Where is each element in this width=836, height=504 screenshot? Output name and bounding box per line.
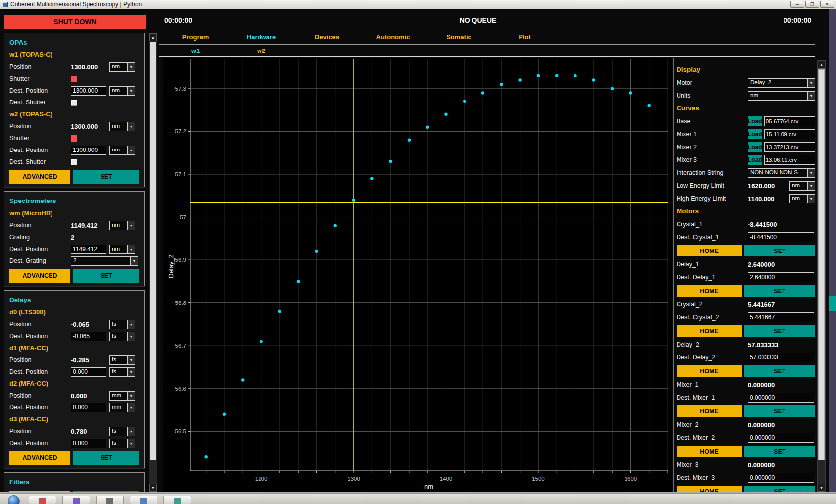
units-select[interactable]: fs — [109, 427, 135, 436]
dest-shutter-checkbox[interactable] — [71, 159, 77, 165]
home-button[interactable]: HOME — [677, 365, 742, 377]
subtab-w2[interactable]: w2 — [228, 45, 294, 56]
units-select[interactable]: fs — [109, 439, 135, 448]
start-button[interactable] — [8, 495, 20, 504]
curve-file-input[interactable] — [764, 142, 815, 152]
units-select[interactable]: mm — [109, 391, 135, 401]
units-select[interactable]: nm — [109, 221, 135, 230]
dest-position-input[interactable] — [71, 332, 106, 341]
tab-hardware[interactable]: Hardware — [228, 31, 294, 43]
tab-plot[interactable]: Plot — [492, 31, 558, 43]
chevron-down-icon[interactable] — [127, 439, 135, 448]
chevron-down-icon[interactable] — [807, 169, 815, 177]
motor-dest-input[interactable] — [748, 353, 814, 362]
chevron-down-icon[interactable] — [807, 79, 815, 87]
chevron-down-icon[interactable] — [127, 63, 135, 71]
scroll-down-icon[interactable]: ▼ — [818, 484, 825, 492]
home-button[interactable]: HOME — [677, 486, 742, 492]
load-button[interactable]: Load — [748, 155, 762, 165]
load-button[interactable]: Load — [748, 116, 762, 126]
right-scrollbar[interactable]: ▲ ▼ — [817, 60, 826, 492]
load-button[interactable]: Load — [748, 129, 762, 139]
taskbar[interactable] — [0, 494, 836, 504]
chevron-down-icon[interactable] — [127, 122, 135, 131]
chevron-down-icon[interactable] — [127, 146, 135, 154]
set-button[interactable]: SET — [744, 446, 815, 457]
chevron-down-icon[interactable] — [127, 403, 135, 412]
dest-position-input[interactable] — [71, 403, 106, 412]
units-select[interactable]: fs — [109, 320, 135, 329]
close-button[interactable]: ✕ — [820, 1, 834, 8]
taskbar-icon[interactable] — [62, 496, 90, 504]
right-scrollbar-thumb[interactable] — [818, 69, 825, 460]
home-button[interactable]: HOME — [677, 446, 742, 457]
dest-position-input[interactable] — [71, 439, 106, 448]
units-select[interactable]: nm — [109, 62, 135, 72]
taskbar-icon[interactable] — [130, 496, 157, 504]
minimize-button[interactable]: ─ — [790, 1, 804, 8]
units-select[interactable]: mm — [109, 403, 135, 412]
set-button[interactable]: SET — [744, 245, 815, 256]
dest-position-input[interactable] — [71, 86, 106, 96]
scroll-up-icon[interactable]: ▲ — [149, 33, 157, 41]
chevron-down-icon[interactable] — [127, 320, 135, 329]
units-select[interactable]: nm — [109, 122, 135, 131]
dest-position-input[interactable] — [71, 367, 106, 377]
chevron-down-icon[interactable] — [127, 427, 135, 436]
load-button[interactable]: Load — [748, 142, 762, 152]
units-select[interactable]: nm — [748, 91, 815, 101]
set-button[interactable]: SET — [73, 451, 139, 465]
chevron-down-icon[interactable] — [130, 257, 138, 265]
tab-somatic[interactable]: Somatic — [426, 31, 492, 43]
dest-shutter-checkbox[interactable] — [71, 100, 77, 106]
chevron-down-icon[interactable] — [127, 221, 135, 230]
chevron-down-icon[interactable] — [127, 356, 135, 364]
maximize-button[interactable]: ❐ — [805, 1, 819, 8]
advanced-button[interactable]: ADVANCED — [9, 170, 70, 184]
taskbar-icon[interactable] — [163, 496, 191, 504]
scroll-up-icon[interactable]: ▲ — [818, 61, 825, 69]
chevron-down-icon[interactable] — [127, 392, 135, 400]
units-select[interactable]: fs — [109, 332, 135, 341]
dest-position-input[interactable] — [71, 245, 106, 254]
low-energy-units-select[interactable]: nm — [789, 181, 815, 191]
chevron-down-icon[interactable] — [807, 195, 815, 203]
motor-dest-input[interactable] — [748, 312, 814, 322]
dest-position-input[interactable] — [71, 146, 106, 155]
advanced-button[interactable]: ADVANCED — [9, 451, 70, 465]
advanced-button[interactable]: ADVANCED — [9, 269, 70, 283]
chevron-down-icon[interactable] — [807, 92, 815, 100]
left-scrollbar[interactable]: ▲ ▼ — [149, 33, 157, 492]
set-button[interactable]: SET — [744, 405, 815, 417]
motor-dest-input[interactable] — [748, 272, 814, 282]
dest-grating-select[interactable]: 2 — [71, 256, 138, 266]
home-button[interactable]: HOME — [677, 245, 742, 256]
curve-file-input[interactable] — [764, 155, 815, 165]
set-button[interactable]: SET — [744, 325, 815, 337]
chevron-down-icon[interactable] — [127, 87, 135, 95]
set-button[interactable]: SET — [73, 269, 139, 283]
motor-dest-input[interactable] — [748, 433, 814, 443]
units-select[interactable]: nm — [109, 146, 135, 155]
motor-dest-input[interactable] — [748, 232, 814, 242]
shutdown-button[interactable]: SHUT DOWN — [4, 15, 146, 29]
set-button[interactable]: SET — [73, 170, 139, 184]
interaction-select[interactable]: NON-NON-NON-S — [748, 168, 815, 178]
tab-program[interactable]: Program — [162, 31, 228, 43]
units-select[interactable]: fs — [109, 367, 135, 377]
title-bar[interactable]: Coherent Multidimensional Spectroscopy |… — [0, 0, 836, 9]
chevron-down-icon[interactable] — [127, 245, 135, 253]
motor-dest-input[interactable] — [748, 473, 814, 483]
taskbar-icon[interactable] — [96, 496, 124, 504]
tune-plot[interactable]: 56.556.656.756.856.95757.157.257.3120013… — [163, 58, 672, 493]
home-button[interactable]: HOME — [677, 405, 742, 417]
set-button[interactable]: SET — [744, 365, 815, 377]
chevron-down-icon[interactable] — [807, 182, 815, 190]
scroll-down-icon[interactable]: ▼ — [149, 484, 157, 492]
motor-dest-input[interactable] — [748, 393, 814, 403]
curve-file-input[interactable] — [764, 116, 815, 126]
units-select[interactable]: nm — [109, 86, 135, 96]
home-button[interactable]: HOME — [677, 285, 742, 297]
chevron-down-icon[interactable] — [127, 368, 135, 376]
tab-autonomic[interactable]: Autonomic — [360, 31, 426, 43]
